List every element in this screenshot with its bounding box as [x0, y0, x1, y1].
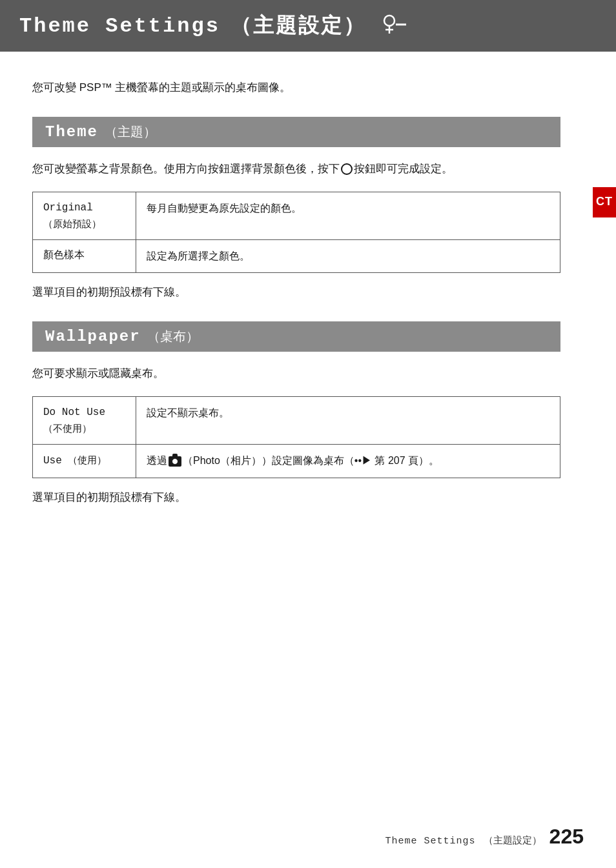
theme-note: 選單項目的初期預設標有下線。	[32, 283, 560, 302]
theme-section-header: Theme （主題）	[32, 117, 560, 147]
key-icon	[376, 13, 407, 39]
table-row: Do Not Use （不使用） 設定不顯示桌布。	[33, 396, 560, 445]
ct-label: CT	[596, 192, 613, 211]
side-tab: CT 設定	[593, 187, 616, 217]
title-bar: Theme Settings （主題設定）	[0, 0, 616, 52]
option-original-desc: 每月自動變更為原先設定的顏色。	[136, 192, 560, 240]
theme-description: 您可改變螢幕之背景顏色。使用方向按鈕選擇背景顏色後，按下按鈕即可完成設定。	[32, 160, 560, 179]
theme-options-table: Original （原始預設） 每月自動變更為原先設定的顏色。 顏色樣本 設定為…	[32, 192, 560, 273]
main-content: 您可改變 PSP™ 主機螢幕的主題或顯示的桌布圖像。 Theme （主題） 您可…	[0, 52, 616, 552]
table-row: Use （使用） 透過（Photo（相片））設定圖像為桌布（••▶ 第 207 …	[33, 445, 560, 478]
wallpaper-section-header: Wallpaper （桌布）	[32, 321, 560, 352]
title-en: Theme Settings	[19, 14, 220, 38]
option-use-desc: 透過（Photo（相片））設定圖像為桌布（••▶ 第 207 頁）。	[136, 445, 560, 478]
table-row: 顏色樣本 設定為所選擇之顏色。	[33, 240, 560, 273]
wallpaper-note: 選單項目的初期預設標有下線。	[32, 489, 560, 507]
footer-text-zh: （主題設定）	[484, 834, 542, 847]
option-donotuse-desc: 設定不顯示桌布。	[136, 396, 560, 445]
circle-button-icon	[341, 163, 353, 175]
wallpaper-description: 您可要求顯示或隱藏桌布。	[32, 365, 560, 383]
page-footer: Theme Settings （主題設定） 225	[385, 825, 584, 849]
wallpaper-title-en: Wallpaper	[45, 328, 141, 345]
theme-title-en: Theme	[45, 123, 98, 141]
wallpaper-section: Wallpaper （桌布） 您可要求顯示或隱藏桌布。 Do Not Use （…	[32, 321, 560, 507]
intro-text: 您可改變 PSP™ 主機螢幕的主題或顯示的桌布圖像。	[32, 79, 560, 97]
table-row: Original （原始預設） 每月自動變更為原先設定的顏色。	[33, 192, 560, 240]
title-zh: （主題設定）	[231, 12, 366, 40]
footer-text-en: Theme Settings	[385, 836, 476, 847]
theme-section: Theme （主題） 您可改變螢幕之背景顏色。使用方向按鈕選擇背景顏色後，按下按…	[32, 117, 560, 302]
wallpaper-options-table: Do Not Use （不使用） 設定不顯示桌布。 Use （使用） 透過（Ph…	[32, 396, 560, 478]
footer-page-number: 225	[549, 825, 584, 849]
wallpaper-title-zh: （桌布）	[147, 328, 199, 345]
option-use-label: Use （使用）	[33, 445, 136, 478]
theme-title-zh: （主題）	[105, 123, 156, 141]
svg-point-0	[384, 15, 395, 26]
option-color-label: 顏色樣本	[33, 240, 136, 273]
camera-icon	[169, 456, 181, 467]
page-container: Theme Settings （主題設定） CT 設定 您可改變 PSP™ 主機…	[0, 0, 616, 868]
option-donotuse-label: Do Not Use （不使用）	[33, 396, 136, 445]
option-color-desc: 設定為所選擇之顏色。	[136, 240, 560, 273]
option-original-label: Original （原始預設）	[33, 192, 136, 240]
